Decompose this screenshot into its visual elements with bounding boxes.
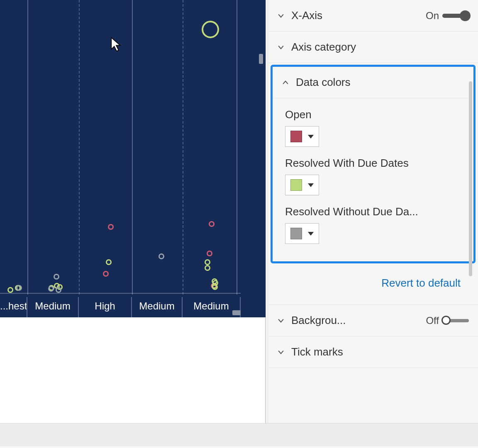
pane-scrollbar[interactable] bbox=[469, 81, 472, 276]
data-point[interactable] bbox=[103, 271, 109, 277]
data-color-item: Resolved With Due Dates bbox=[285, 157, 462, 195]
data-point[interactable] bbox=[56, 287, 61, 293]
section-label: Axis category bbox=[291, 41, 469, 54]
chevron-down-icon bbox=[276, 11, 285, 20]
chart-visual[interactable]: ...hestMediumHighMediumMedium bbox=[0, 0, 266, 317]
data-color-item: Resolved Without Due Da... bbox=[285, 205, 462, 244]
section-label: Tick marks bbox=[291, 346, 469, 358]
revert-to-default-link[interactable]: Revert to default bbox=[268, 265, 478, 305]
data-point[interactable] bbox=[48, 286, 54, 292]
section-axis-category[interactable]: Axis category bbox=[268, 32, 478, 63]
data-point[interactable] bbox=[16, 285, 22, 291]
caret-down-icon bbox=[308, 183, 314, 187]
data-color-label: Resolved Without Due Da... bbox=[285, 205, 462, 218]
chevron-down-icon bbox=[276, 316, 285, 325]
data-point[interactable] bbox=[212, 284, 218, 290]
format-pane: X-Axis On Axis category Data colors bbox=[266, 0, 478, 423]
chevron-down-icon bbox=[276, 43, 285, 52]
section-label: Data colors bbox=[296, 76, 464, 89]
color-swatch bbox=[290, 131, 302, 142]
color-swatch bbox=[290, 228, 302, 239]
chevron-up-icon bbox=[281, 78, 290, 87]
section-x-axis[interactable]: X-Axis On bbox=[268, 0, 478, 32]
data-point[interactable] bbox=[159, 253, 164, 259]
chevron-down-icon bbox=[276, 348, 285, 357]
data-color-item: Open bbox=[285, 108, 462, 147]
data-color-label: Open bbox=[285, 108, 462, 121]
data-point[interactable] bbox=[7, 287, 13, 293]
data-color-label: Resolved With Due Dates bbox=[285, 157, 462, 170]
color-picker-button[interactable] bbox=[285, 223, 319, 244]
section-label: Backgrou... bbox=[291, 314, 420, 327]
section-label: X-Axis bbox=[291, 9, 420, 22]
toggle-state-label: Off bbox=[426, 315, 439, 326]
axis-category-label: Medium bbox=[132, 297, 183, 317]
axis-category-label: High bbox=[79, 297, 132, 317]
section-background[interactable]: Backgrou... Off bbox=[268, 305, 478, 336]
section-tick-marks[interactable]: Tick marks bbox=[268, 336, 478, 368]
axis-category-label: Medium bbox=[27, 297, 79, 317]
section-data-colors-highlighted: Data colors OpenResolved With Due DatesR… bbox=[271, 65, 476, 263]
color-swatch bbox=[290, 179, 302, 191]
data-point[interactable] bbox=[209, 221, 215, 227]
toggle-state-label: On bbox=[426, 10, 439, 22]
color-picker-button[interactable] bbox=[285, 175, 319, 195]
background-toggle[interactable]: Off bbox=[426, 315, 469, 326]
canvas-empty-area bbox=[0, 317, 266, 423]
vertical-scrollbar-thumb[interactable] bbox=[259, 54, 263, 64]
section-data-colors[interactable]: Data colors bbox=[273, 67, 473, 98]
caret-down-icon bbox=[308, 135, 314, 139]
horizontal-scrollbar-thumb[interactable] bbox=[232, 310, 241, 315]
color-picker-button[interactable] bbox=[285, 126, 319, 147]
axis-category-label: ...hest bbox=[0, 297, 27, 317]
data-point[interactable] bbox=[205, 259, 210, 265]
data-point[interactable] bbox=[202, 21, 219, 38]
data-point[interactable] bbox=[207, 251, 212, 256]
data-point[interactable] bbox=[205, 265, 210, 271]
data-point[interactable] bbox=[108, 224, 114, 230]
status-bar bbox=[0, 423, 478, 446]
x-axis-toggle[interactable]: On bbox=[426, 10, 469, 22]
axis-category-label: Medium bbox=[183, 297, 241, 317]
data-point[interactable] bbox=[106, 259, 112, 265]
caret-down-icon bbox=[308, 232, 314, 236]
data-point[interactable] bbox=[54, 274, 59, 280]
